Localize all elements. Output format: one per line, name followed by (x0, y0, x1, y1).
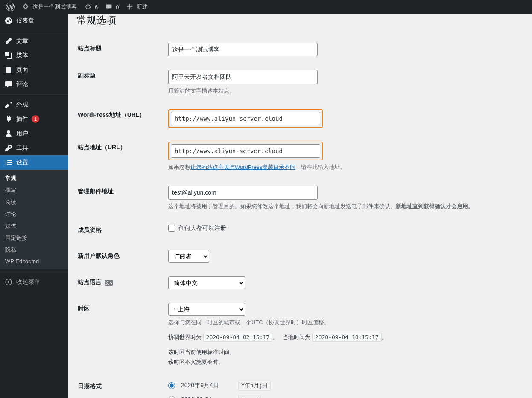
siteurl-highlight (168, 142, 323, 160)
language-label: 站点语言 文A (78, 270, 163, 296)
updates-count: 6 (95, 4, 98, 10)
menu-tools[interactable]: 工具 (0, 141, 68, 155)
wpurl-highlight (168, 109, 323, 128)
admin-email-input[interactable] (168, 186, 318, 199)
menu-appearance[interactable]: 外观 (0, 97, 68, 112)
page-heading: 常规选项 (77, 14, 523, 29)
menu-comments[interactable]: 评论 (0, 77, 68, 92)
date-format-label: 日期格式 (78, 374, 163, 398)
blogname-input[interactable] (168, 43, 318, 56)
admin-sidebar: 仪表盘 文章 媒体 页面 评论 外观 插件1 用户 工具 设置 常规 撰写 阅读… (0, 14, 68, 398)
timezone-label: 时区 (78, 296, 163, 373)
translate-icon: 文A (105, 280, 113, 286)
settings-submenu: 常规 撰写 阅读 讨论 媒体 固定链接 隐私 WP Editor.md (0, 170, 68, 269)
blogdesc-label: 副标题 (78, 64, 163, 102)
collapse-menu[interactable]: 收起菜单 (0, 275, 68, 289)
default-role-select[interactable]: 订阅者 (168, 250, 209, 263)
timezone-select[interactable]: * 上海 (168, 303, 245, 316)
menu-settings[interactable]: 设置 (0, 155, 68, 170)
menu-media[interactable]: 媒体 (0, 48, 68, 63)
menu-users[interactable]: 用户 (0, 126, 68, 141)
utc-time: 2020-09-04 02:15:17 (203, 333, 273, 342)
siteurl-label: 站点地址（URL） (78, 135, 163, 178)
language-select[interactable]: 简体中文 (168, 276, 245, 289)
blogname-label: 站点标题 (78, 36, 163, 63)
wp-logo[interactable] (3, 0, 18, 14)
new-content-link[interactable]: 新建 (122, 0, 151, 14)
wpurl-label: WordPress地址（URL） (78, 103, 163, 134)
menu-dashboard[interactable]: 仪表盘 (0, 14, 68, 28)
comments-count: 0 (116, 4, 119, 10)
sub-wpeditor[interactable]: WP Editor.md (0, 256, 68, 267)
sub-privacy[interactable]: 隐私 (0, 244, 68, 256)
siteurl-input[interactable] (171, 144, 320, 158)
updates-link[interactable]: 6 (80, 0, 101, 14)
comments-link[interactable]: 0 (101, 0, 122, 14)
menu-plugins[interactable]: 插件1 (0, 112, 68, 126)
plugins-badge: 1 (32, 115, 39, 123)
timezone-desc: 选择与您在同一时区的城市或一个UTC（协调世界时）时区偏移。 (168, 318, 518, 327)
date-option-1[interactable]: 2020-09-04Y-m-d (168, 395, 518, 398)
local-time: 2020-09-04 10:15:17 (312, 333, 382, 342)
membership-checkbox-label[interactable]: 任何人都可以注册 (168, 224, 518, 232)
svg-point-0 (6, 279, 12, 285)
membership-label: 成员资格 (78, 218, 163, 243)
site-link[interactable]: 这是一个测试博客 (18, 0, 80, 14)
new-label: 新建 (137, 3, 148, 11)
admin-email-label: 管理邮件地址 (78, 179, 163, 217)
sub-permalinks[interactable]: 固定链接 (0, 232, 68, 244)
blogdesc-desc: 用简洁的文字描述本站点。 (168, 87, 518, 96)
date-radio-0[interactable] (168, 382, 175, 389)
main-content: 常规选项 站点标题 副标题 用简洁的文字描述本站点。 WordPress地址（U… (68, 14, 532, 398)
sub-general[interactable]: 常规 (0, 172, 68, 184)
sub-writing[interactable]: 撰写 (0, 184, 68, 196)
admin-email-desc: 这个地址将被用于管理目的。如果您修改这个地址，我们将会向新地址发送电子邮件来确认… (168, 202, 518, 211)
admin-bar: 这是一个测试博客 6 0 新建 (0, 0, 532, 14)
siteurl-help-link[interactable]: 让您的站点主页与WordPress安装目录不同 (190, 164, 295, 170)
membership-checkbox[interactable] (168, 225, 175, 232)
blogdesc-input[interactable] (168, 70, 318, 84)
sub-media[interactable]: 媒体 (0, 220, 68, 232)
menu-pages[interactable]: 页面 (0, 63, 68, 77)
wpurl-input[interactable] (171, 112, 320, 125)
menu-posts[interactable]: 文章 (0, 34, 68, 48)
default-role-label: 新用户默认角色 (78, 244, 163, 269)
sub-reading[interactable]: 阅读 (0, 196, 68, 208)
date-option-0[interactable]: 2020年9月4日Y年n月j日 (168, 381, 518, 391)
sub-discussion[interactable]: 讨论 (0, 208, 68, 220)
siteurl-desc: 如果您想让您的站点主页与WordPress安装目录不同，请在此输入地址。 (168, 163, 518, 172)
site-name: 这是一个测试博客 (32, 3, 77, 11)
date-radio-1[interactable] (168, 396, 175, 398)
